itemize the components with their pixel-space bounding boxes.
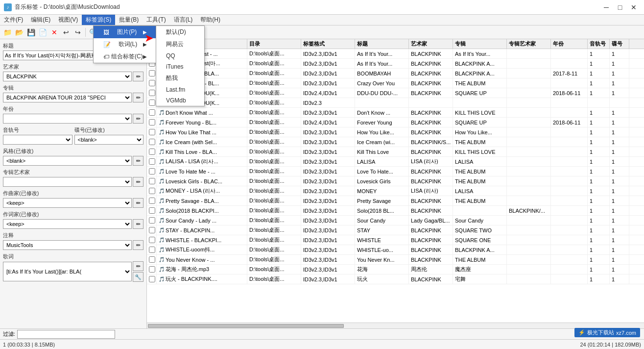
row-check[interactable] — [147, 69, 157, 78]
table-row[interactable]: 🎵As If It's Your Last - ...D:\tools\桌面..… — [147, 49, 644, 59]
menu-view[interactable]: 视图(V) — [54, 15, 82, 25]
toolbar-btn-7[interactable]: ↪ — [72, 27, 83, 38]
row-check[interactable] — [147, 274, 157, 284]
col-header-title[interactable]: 标题 — [355, 39, 409, 49]
toolbar-btn-6[interactable]: ↩ — [61, 27, 72, 38]
lyrics-edit-btn[interactable]: ✏ — [133, 261, 143, 271]
toolbar-btn-2[interactable]: 📂 — [14, 27, 24, 38]
col-header-album[interactable]: 专辑 — [453, 39, 507, 49]
table-row[interactable]: 🎵玩火 - BLACKPINK....D:\tools\桌面...ID3v2.3… — [147, 274, 644, 284]
submenu-kugou[interactable]: 酷我 — [156, 72, 204, 84]
table-row[interactable]: 🎵Solo(2018 BLACKPI...D:\tools\桌面...ID3v2… — [147, 206, 644, 216]
comment-edit-btn[interactable]: ✏ — [133, 240, 143, 250]
filter-input[interactable] — [17, 330, 115, 339]
submenu-default[interactable]: 默认(D) — [156, 26, 204, 38]
table-row[interactable]: 🎵DDU-DU DDU-DU(K...D:\tools\桌面...ID3v2.3 — [147, 98, 644, 108]
lyrics-tool-btn[interactable]: 🔧 — [133, 272, 143, 282]
row-check[interactable] — [147, 137, 157, 147]
col-header-tagfmt[interactable]: 标签格式 — [301, 39, 355, 49]
row-check[interactable] — [147, 245, 157, 254]
minimize-button[interactable]: ─ — [600, 2, 613, 12]
table-row[interactable]: 🎵WHISTLE - BLACKPI...D:\tools\桌面...ID3v2… — [147, 235, 644, 245]
table-row[interactable]: 🎵Forever Young - BL...D:\tools\桌面...ID3v… — [147, 118, 644, 127]
menu-lang[interactable]: 语言(L) — [170, 15, 197, 25]
row-check[interactable] — [147, 108, 157, 117]
table-row[interactable]: 🎵Don't Know What ...D:\tools\桌面...ID3v2.… — [147, 108, 644, 118]
table-row[interactable]: 🎵花海 - 周杰伦.mp3D:\tools\桌面...ID3v2.3,ID3v1… — [147, 265, 644, 274]
scrollbar-horizontal[interactable] — [147, 323, 644, 328]
maximize-button[interactable]: □ — [614, 2, 626, 12]
row-check[interactable] — [147, 206, 157, 215]
row-check[interactable] — [147, 265, 157, 274]
trackno-select[interactable] — [3, 135, 72, 145]
table-row[interactable]: 🎵You Never Know - ...D:\tools\桌面...ID3v2… — [147, 255, 644, 265]
row-check[interactable] — [147, 225, 157, 235]
row-check[interactable] — [147, 235, 157, 245]
menu-batch[interactable]: 批量(B) — [115, 15, 143, 25]
row-check[interactable] — [147, 216, 157, 225]
row-check[interactable] — [147, 186, 157, 196]
table-row[interactable]: 🎵Sour Candy - Lady ...D:\tools\桌面...ID3v… — [147, 216, 644, 225]
row-check[interactable] — [147, 196, 157, 205]
composer-select[interactable]: <keep> — [3, 198, 132, 208]
row-check[interactable] — [147, 147, 157, 156]
diskno-select[interactable]: <blank> — [74, 135, 144, 145]
albumartist-select[interactable] — [3, 177, 132, 187]
table-row[interactable]: 🎵Ice Cream (with Sel...D:\tools\桌面...ID3… — [147, 137, 644, 147]
row-check[interactable] — [147, 98, 157, 107]
table-row[interactable]: 🎵Lovesick Girls - BLAC...D:\tools\桌面...I… — [147, 176, 644, 186]
submenu-netease[interactable]: 网易云 — [156, 38, 204, 50]
artist-select[interactable]: BLACKPINK — [3, 72, 132, 81]
scrollbar-thumb[interactable] — [148, 324, 344, 328]
table-row[interactable]: 🎵BOOMBAYAH - BLA...D:\tools\桌面...ID3v2.3… — [147, 69, 644, 78]
toolbar-btn-4[interactable]: 📄 — [37, 27, 48, 38]
menu-file[interactable]: 文件(F) — [0, 15, 27, 25]
year-select[interactable] — [3, 114, 132, 124]
menu-tools[interactable]: 工具(T) — [143, 15, 169, 25]
table-row[interactable]: 🎵LALISA - LISA (리사...D:\tools\桌面...ID3v2… — [147, 157, 644, 167]
lyrics-select[interactable]: [ti:As If It's Your Last()][ar: BLA( — [3, 262, 132, 281]
close-button[interactable]: ✕ — [627, 2, 640, 12]
submenu-lastfm[interactable]: Last.fm — [156, 84, 204, 95]
col-header-albumartist[interactable]: 专辑艺术家 — [507, 39, 551, 49]
col-header-artist[interactable]: 艺术家 — [409, 39, 453, 49]
row-check[interactable] — [147, 78, 157, 88]
table-row[interactable]: 🎵DDU-DU DDU-DU(K...D:\tools\桌面...ID3v2.4… — [147, 88, 644, 98]
style-select[interactable]: <blank> — [3, 156, 132, 166]
table-row[interactable]: 🎵WHISTLE-uoom抖...D:\tools\桌面...ID3v2.3,I… — [147, 245, 644, 255]
lyricist-edit-btn[interactable]: ✏ — [133, 219, 143, 229]
table-row[interactable]: 🎵Kill This Love - BLA...D:\tools\桌面...ID… — [147, 147, 644, 157]
comment-select[interactable]: MusicTools — [3, 240, 132, 250]
col-header-dir[interactable]: 目录 — [247, 39, 301, 49]
toolbar-btn-1[interactable]: 📁 — [2, 27, 13, 38]
album-select[interactable]: BLACKPINK ARENA TOUR 2018 "SPECI — [3, 93, 132, 102]
col-header-diskno[interactable]: 碟号 — [610, 39, 629, 49]
table-row[interactable]: 🎵STAY - BLACKPIN...D:\tools\桌面...ID3v2.3… — [147, 225, 644, 235]
table-row[interactable]: 🎵Crazy Over You - BL...D:\tools\桌面...ID3… — [147, 78, 644, 88]
table-row[interactable]: 🎵Pretty Savage - BLA...D:\tools\桌面...ID3… — [147, 196, 644, 206]
table-body[interactable]: 🎵As If It's Your Last - ...D:\tools\桌面..… — [147, 49, 644, 323]
lyricist-select[interactable]: <keep> — [3, 219, 132, 229]
col-header-trackno[interactable]: 音轨号 — [588, 39, 610, 49]
row-check[interactable] — [147, 176, 157, 186]
artist-edit-btn[interactable]: ✏ — [133, 72, 143, 81]
row-check[interactable] — [147, 255, 157, 264]
row-check[interactable] — [147, 127, 157, 137]
table-row[interactable]: 🎵How You Like That ...D:\tools\桌面...ID3v… — [147, 127, 644, 137]
menu-edit[interactable]: 编辑(E) — [27, 15, 54, 25]
table-row[interactable]: 🎵Love To Hate Me - ...D:\tools\桌面...ID3v… — [147, 167, 644, 176]
menu-tags[interactable]: 标签源(S) — [82, 15, 115, 25]
toolbar-btn-5[interactable]: ✕ — [49, 27, 60, 38]
submenu-vgmdb[interactable]: VGMdb — [156, 95, 204, 106]
submenu-qq[interactable]: QQ — [156, 50, 204, 61]
row-check[interactable] — [147, 88, 157, 98]
table-row[interactable]: 🎵MONEY - LISA (리사...D:\tools\桌面...ID3v2.… — [147, 186, 644, 196]
col-header-year[interactable]: 年份 — [551, 39, 588, 49]
submenu-itunes[interactable]: iTunes — [156, 61, 204, 72]
year-edit-btn[interactable]: ✏ — [133, 114, 143, 124]
table-row[interactable]: 🎵As If It's Your Last(마...D:\tools\桌面...… — [147, 59, 644, 69]
menu-combined-item[interactable]: 🏷 组合标签(C) ▶ — [94, 50, 157, 63]
composer-edit-btn[interactable]: ✏ — [133, 198, 143, 208]
row-check[interactable] — [147, 167, 157, 176]
row-check[interactable] — [147, 157, 157, 166]
